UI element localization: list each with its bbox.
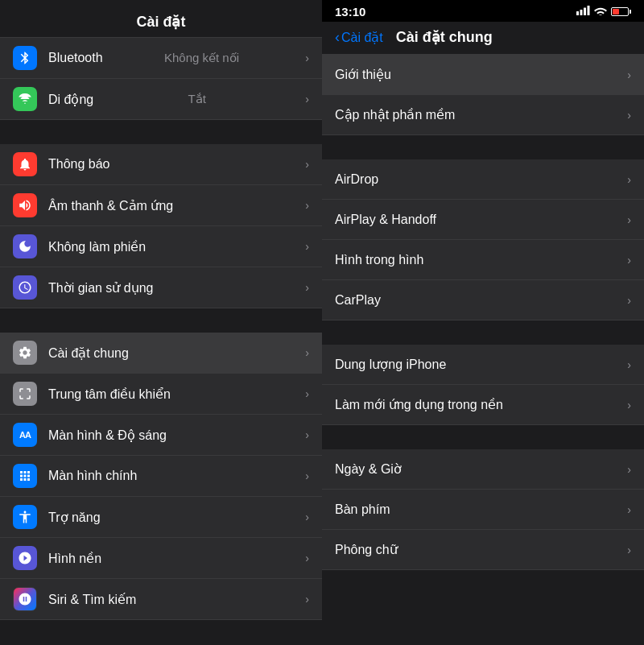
settings-item-control[interactable]: Trung tâm điều khiển › <box>0 374 322 415</box>
right-item-pip-chevron: › <box>627 254 631 267</box>
svg-rect-4 <box>588 6 590 15</box>
svg-rect-3 <box>584 8 586 16</box>
right-group-3: Dung lượng iPhone › Làm mới ứng dụng tro… <box>322 345 644 425</box>
right-item-about-label: Giới thiệu <box>335 67 627 82</box>
right-item-storage-chevron: › <box>627 358 631 371</box>
settings-item-sound[interactable]: Âm thanh & Cảm ứng › <box>0 185 322 226</box>
control-icon <box>13 382 37 406</box>
notification-icon <box>13 152 37 176</box>
accessibility-chevron: › <box>305 511 309 523</box>
general-chevron: › <box>305 346 309 359</box>
right-item-airdrop-label: AirDrop <box>335 172 627 187</box>
settings-item-home[interactable]: Màn hình chính › <box>0 456 322 497</box>
right-item-pip[interactable]: Hình trong hình › <box>322 240 644 280</box>
status-icons <box>576 6 631 18</box>
right-item-background-refresh-chevron: › <box>627 399 631 411</box>
home-label: Màn hình chính <box>48 469 137 483</box>
right-item-carplay-chevron: › <box>627 294 631 307</box>
accessibility-content: Trợ năng › <box>48 510 309 525</box>
settings-item-bluetooth[interactable]: Bluetooth Không kết nối › <box>0 38 322 79</box>
general-label: Cài đặt chung <box>48 345 129 361</box>
accessibility-icon <box>13 505 37 529</box>
settings-item-siri[interactable]: Siri & Tìm kiếm › <box>0 579 322 620</box>
control-label: Trung tâm điều khiển <box>48 387 171 402</box>
sound-content: Âm thanh & Cảm ứng › <box>48 198 309 213</box>
wallpaper-icon <box>13 546 37 570</box>
control-content: Trung tâm điều khiển › <box>48 387 309 402</box>
right-item-airdrop[interactable]: AirDrop › <box>322 159 644 200</box>
back-label: Cài đặt <box>341 30 383 45</box>
settings-item-accessibility[interactable]: Trợ năng › <box>0 497 322 538</box>
home-icon <box>13 464 37 488</box>
screentime-chevron: › <box>305 281 309 294</box>
right-item-software-update-chevron: › <box>627 109 631 122</box>
wallpaper-content: Hình nền › <box>48 551 309 566</box>
settings-item-screentime[interactable]: Thời gian sử dụng › <box>0 267 322 308</box>
right-item-datetime[interactable]: Ngày & Giờ › <box>322 449 644 490</box>
right-item-carplay-label: CarPlay <box>335 293 627 308</box>
right-item-keyboard-label: Bàn phím <box>335 502 627 517</box>
right-item-datetime-label: Ngày & Giờ <box>335 461 627 477</box>
right-item-font[interactable]: Phông chữ › <box>322 530 644 570</box>
general-content: Cài đặt chung › <box>48 345 309 361</box>
settings-item-general[interactable]: Cài đặt chung › <box>0 333 322 374</box>
right-item-airdrop-chevron: › <box>627 173 631 186</box>
mobile-icon <box>13 87 37 111</box>
mobile-chevron: › <box>305 93 309 105</box>
donotdisturb-label: Không làm phiền <box>48 239 146 254</box>
right-group-4: Ngày & Giờ › Bàn phím › Phông chữ › <box>322 449 644 570</box>
right-item-airplay-chevron: › <box>627 213 631 226</box>
settings-item-wallpaper[interactable]: Hình nền › <box>0 538 322 579</box>
settings-item-mobile[interactable]: Di động Tắt › <box>0 79 322 120</box>
right-settings-panel: 13:10 <box>322 0 644 645</box>
right-group-sep-1 <box>322 137 644 159</box>
bluetooth-chevron: › <box>305 52 309 64</box>
signal-icon <box>576 6 590 18</box>
right-item-keyboard-chevron: › <box>627 503 631 516</box>
right-item-software-update[interactable]: Cập nhật phần mềm › <box>322 95 644 135</box>
siri-icon <box>13 587 37 611</box>
svg-rect-2 <box>580 10 583 15</box>
sound-chevron: › <box>305 199 309 212</box>
siri-label: Siri & Tìm kiếm <box>48 592 136 607</box>
settings-item-donotdisturb[interactable]: Không làm phiền › <box>0 226 322 267</box>
display-chevron: › <box>305 428 309 441</box>
right-item-font-chevron: › <box>627 544 631 556</box>
right-item-font-label: Phông chữ <box>335 542 627 557</box>
right-settings-list: Giới thiệu › Cập nhật phần mềm › AirDrop… <box>322 55 644 645</box>
display-icon: AA <box>13 423 37 447</box>
bluetooth-value: Không kết nối <box>164 51 239 65</box>
donotdisturb-chevron: › <box>305 240 309 253</box>
right-item-about[interactable]: Giới thiệu › <box>322 55 644 95</box>
right-item-keyboard[interactable]: Bàn phím › <box>322 490 644 530</box>
right-item-carplay[interactable]: CarPlay › <box>322 280 644 320</box>
wallpaper-chevron: › <box>305 552 309 564</box>
right-nav-title: Cài đặt chung <box>396 28 493 46</box>
right-item-software-update-label: Cập nhật phần mềm <box>335 107 627 122</box>
bluetooth-icon <box>13 46 37 70</box>
accessibility-label: Trợ năng <box>48 510 101 525</box>
back-chevron-icon: ‹ <box>335 29 340 46</box>
status-time: 13:10 <box>335 5 365 19</box>
settings-item-display[interactable]: AA Màn hình & Độ sáng › <box>0 415 322 456</box>
right-item-airplay[interactable]: AirPlay & Handoff › <box>322 200 644 240</box>
right-item-storage[interactable]: Dung lượng iPhone › <box>322 345 644 385</box>
settings-item-notification[interactable]: Thông báo › <box>0 144 322 185</box>
donotdisturb-icon <box>13 234 37 258</box>
right-nav-bar: ‹ Cài đặt Cài đặt chung <box>322 22 644 55</box>
settings-group-3: Cài đặt chung › Trung tâm điều khiển › A… <box>0 333 322 620</box>
right-item-pip-label: Hình trong hình <box>335 253 627 267</box>
notification-chevron: › <box>305 158 309 171</box>
general-icon <box>13 341 37 365</box>
notification-content: Thông báo › <box>48 157 309 172</box>
svg-rect-1 <box>576 11 579 15</box>
home-content: Màn hình chính › <box>48 469 309 483</box>
bluetooth-label: Bluetooth <box>48 51 103 65</box>
bluetooth-content: Bluetooth Không kết nối › <box>48 51 309 65</box>
right-item-background-refresh[interactable]: Làm mới ứng dụng trong nền › <box>322 385 644 425</box>
donotdisturb-content: Không làm phiền › <box>48 239 309 254</box>
group-sep-1 <box>0 122 322 144</box>
wifi-icon <box>594 6 607 18</box>
back-button[interactable]: ‹ Cài đặt <box>335 29 383 46</box>
sound-icon <box>13 193 37 217</box>
